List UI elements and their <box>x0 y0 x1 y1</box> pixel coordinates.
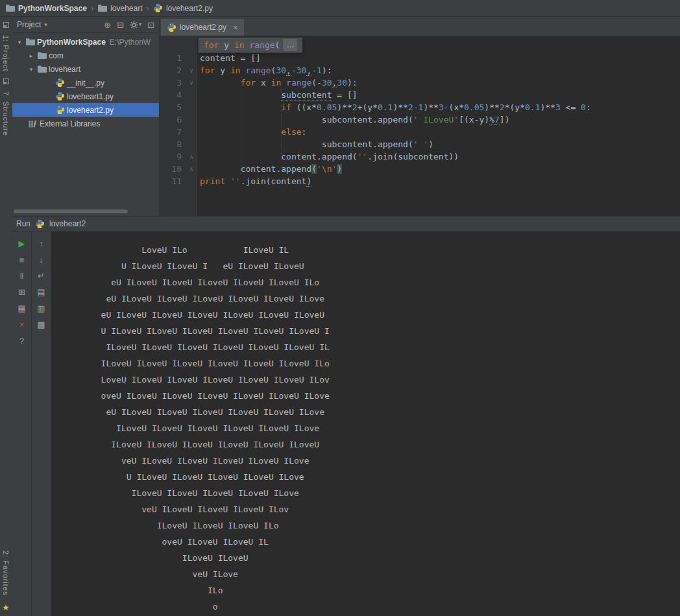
code-token: -(x* <box>444 102 464 112</box>
code-line-3[interactable]: 3∨ for x in range(-30,30): <box>160 77 680 89</box>
folder-icon <box>97 4 107 12</box>
horizontal-scrollbar[interactable] <box>14 209 128 213</box>
code-token: 2 <box>408 102 413 112</box>
code-token: ( <box>311 164 317 174</box>
code-line-8[interactable]: 8 subcontent.append(' ') <box>160 138 680 150</box>
chevron-down-icon[interactable]: ▾ <box>27 66 36 73</box>
close-button[interactable]: × <box>17 319 27 329</box>
code-token <box>225 176 230 186</box>
pause-button[interactable]: Ⅱ <box>17 270 27 281</box>
code-line-10[interactable]: 10∧ content.append('\n') <box>160 163 680 175</box>
code-token <box>200 164 241 174</box>
code-line-6[interactable]: 6 subcontent.append(' ILoveU'[(x-y)%7]) <box>160 113 680 126</box>
run-button[interactable]: ▶ <box>17 238 27 248</box>
soft-wrap-button[interactable]: ↵ <box>36 270 47 281</box>
main-body: 1: Project 7: Structure 2: Favorites ★ P… <box>0 17 680 616</box>
tool-stripe-favorites[interactable]: 2: Favorites <box>2 551 10 595</box>
line-number: 7 <box>160 126 186 138</box>
tab-loveheart2-py[interactable]: loveheart2.py × <box>161 19 244 36</box>
code-token: )** <box>540 102 555 112</box>
code-token: ' <box>317 164 322 174</box>
fold-marker-icon[interactable]: ∨ <box>186 77 197 89</box>
code-line-text: content.append('\n') <box>197 163 342 175</box>
hide-panel-button[interactable]: ⊡ <box>147 21 154 29</box>
chevron-right-icon[interactable]: ▸ <box>27 53 36 59</box>
chevron-down-icon[interactable]: ▾ <box>15 39 24 45</box>
code-token: x <box>256 78 271 88</box>
code-editor[interactable]: for y in range( … 1content = []2∨for y i… <box>160 36 680 216</box>
tool-stripe-project[interactable]: 1: Project <box>2 35 10 71</box>
python-icon <box>54 78 66 88</box>
project-panel-title[interactable]: Project <box>17 20 41 29</box>
tree-item-loveheart2-py[interactable]: loveheart2.py <box>12 103 159 117</box>
scroll-to-end-button[interactable]: ▤ <box>36 287 47 297</box>
console[interactable]: LoveU ILo ILoveU IL U ILoveU ILoveU I eU… <box>51 231 680 616</box>
code-token: for <box>241 78 256 88</box>
python-console-button[interactable]: ▦ <box>17 303 27 313</box>
tree-item-loveheart1-py[interactable]: loveheart1.py <box>12 89 159 103</box>
up-stack-trace-button[interactable]: ↑ <box>36 238 47 248</box>
code-token: 3 <box>439 102 444 112</box>
code-token: <= <box>561 102 581 112</box>
code-token: 0 <box>581 102 586 112</box>
left-tool-stripe: 1: Project 7: Structure 2: Favorites ★ <box>0 17 12 616</box>
line-number: 6 <box>160 113 186 126</box>
locate-button[interactable]: ⊕ <box>104 21 111 29</box>
code-token: content = [] <box>200 53 261 63</box>
down-stack-trace-button[interactable]: ↓ <box>36 254 47 265</box>
settings-button[interactable]: ▾ <box>130 21 141 29</box>
code-line-2[interactable]: 2∨for y in range(30,-30,-1): <box>160 64 680 77</box>
code-line-9[interactable]: 9∧ content.append(''.join(subcontent)) <box>160 150 680 163</box>
code-line-5[interactable]: 5 if ((x*0.05)**2+(y*0.1)**2-1)**3-(x*0.… <box>160 101 680 113</box>
breadcrumb-bar: PythonWorkSpace › loveheart › loveheart2… <box>0 0 680 17</box>
tree-item-loveheart[interactable]: ▾loveheart <box>12 62 159 76</box>
fold-marker-icon[interactable]: ∨ <box>186 64 197 77</box>
breadcrumb-item-loveheart2-py[interactable]: loveheart2.py <box>153 3 213 13</box>
tree-item-path: E:\PythonW <box>110 38 151 47</box>
code-line-7[interactable]: 7 else: <box>160 126 680 138</box>
tree-item-pythonworkspace[interactable]: ▾PythonWorkSpaceE:\PythonW <box>12 35 159 49</box>
code-token: [(x-y) <box>459 115 489 124</box>
help-button[interactable]: ? <box>17 335 27 346</box>
code-token: subcontent.append( <box>322 139 413 149</box>
code-token: 30 <box>297 65 307 75</box>
clear-all-button[interactable]: ▩ <box>36 319 47 329</box>
restore-layout-button[interactable]: ⊞ <box>17 287 27 297</box>
code-token: 30 <box>322 78 332 88</box>
folder-icon <box>24 38 36 46</box>
run-panel-title[interactable]: Run <box>16 219 30 228</box>
tree-item-external-libraries[interactable]: External Libraries <box>12 117 159 130</box>
run-panel-header: Run loveheart2 <box>12 217 680 231</box>
fold-marker-icon[interactable]: ∧ <box>186 163 197 175</box>
code-token: 2 <box>352 102 358 112</box>
code-line-4[interactable]: 4 subcontent = [] <box>160 89 680 101</box>
collapse-all-button[interactable]: ⊟ <box>117 21 124 29</box>
code-token: ): <box>347 78 358 88</box>
star-icon: ★ <box>3 603 10 612</box>
close-icon[interactable]: × <box>233 23 238 32</box>
code-token <box>200 115 322 124</box>
code-token: .join(content <box>241 176 307 186</box>
tree-item-label: loveheart1.py <box>67 92 114 101</box>
project-panel-toolbar: ⊕⊟▾⊡ <box>104 21 154 29</box>
stop-button[interactable]: ■ <box>17 254 27 265</box>
fold-spacer <box>186 101 197 113</box>
code-line-11[interactable]: 11print ''.join(content) <box>160 175 680 187</box>
code-line-1[interactable]: 1content = [] <box>160 52 680 64</box>
tool-stripe-structure[interactable]: 7: Structure <box>2 91 10 136</box>
code-token: = [] <box>332 90 358 100</box>
code-token <box>200 139 322 149</box>
breadcrumb-item-pythonworkspace[interactable]: PythonWorkSpace <box>5 4 87 13</box>
code-line-text: content = [] <box>197 52 261 64</box>
run-toolbar-console: ↑↓↵▤▥▩ <box>32 231 51 616</box>
fold-marker-icon[interactable]: ∧ <box>186 150 197 163</box>
chevron-down-icon[interactable]: ▾ <box>44 21 47 28</box>
tree-item--init-py[interactable]: __init__.py <box>12 76 159 89</box>
code-line-text: print ''.join(content) <box>197 175 311 187</box>
code-token <box>281 78 286 88</box>
hint-ellipsis[interactable]: … <box>283 39 297 51</box>
tree-item-com[interactable]: ▸com <box>12 49 159 62</box>
print-button[interactable]: ▥ <box>36 303 47 313</box>
code-line-text: subcontent.append(' ') <box>197 138 433 150</box>
breadcrumb-item-loveheart[interactable]: loveheart <box>97 4 142 13</box>
